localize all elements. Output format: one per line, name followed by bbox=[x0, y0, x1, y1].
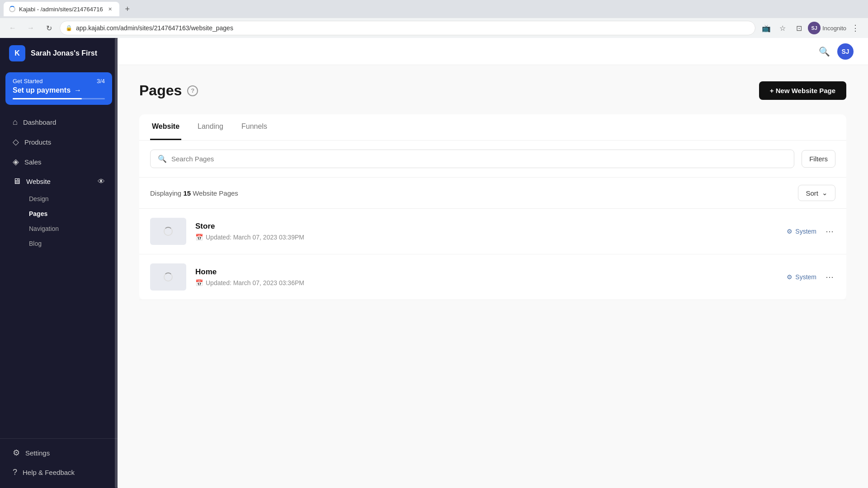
table-container: Displaying 15 Website Pages Sort ⌄ Store bbox=[139, 178, 846, 300]
get-started-title-text: Set up payments bbox=[13, 86, 71, 94]
sidebar-item-help[interactable]: ? Help & Feedback bbox=[4, 463, 114, 482]
get-started-top: Get Started 3/4 bbox=[13, 78, 105, 84]
website-eye-icon[interactable]: 👁 bbox=[98, 178, 105, 186]
updated-text-home: Updated: March 07, 2023 03:36PM bbox=[206, 279, 304, 286]
sidebar-item-label-settings: Settings bbox=[25, 449, 50, 457]
page-actions-store: ⚙ System ⋯ bbox=[787, 225, 835, 238]
display-count: 15 bbox=[183, 189, 191, 197]
sidebar-item-pages[interactable]: Pages bbox=[4, 206, 114, 221]
global-search-button[interactable]: 🔍 bbox=[819, 46, 830, 57]
sidebar-header: K Sarah Jonas's First bbox=[0, 38, 118, 69]
calendar-icon-home: 📅 bbox=[195, 279, 203, 286]
tab-landing-label: Landing bbox=[198, 122, 223, 130]
sidebar-item-label-website: Website bbox=[26, 178, 51, 185]
tab-website-label: Website bbox=[152, 122, 179, 130]
sidebar-item-label-products: Products bbox=[24, 138, 51, 146]
sort-button[interactable]: Sort ⌄ bbox=[798, 185, 835, 201]
page-updated-store: 📅 Updated: March 07, 2023 03:39PM bbox=[195, 234, 778, 241]
thumbnail-spinner-home bbox=[164, 272, 173, 282]
forward-button[interactable]: → bbox=[24, 21, 38, 35]
tab-landing[interactable]: Landing bbox=[196, 114, 225, 140]
tab-close-button[interactable]: ✕ bbox=[107, 5, 114, 13]
system-label-store: System bbox=[795, 228, 816, 235]
system-badge-store[interactable]: ⚙ System bbox=[787, 228, 816, 235]
search-box[interactable]: 🔍 bbox=[150, 150, 794, 168]
browser-profile-button[interactable]: ⊡ bbox=[792, 21, 806, 35]
help-icon: ? bbox=[13, 468, 17, 477]
get-started-arrow: → bbox=[74, 86, 81, 94]
main-content: 🔍 SJ Pages ? + New Website Page Website bbox=[118, 38, 868, 488]
page-name-home: Home bbox=[195, 267, 778, 277]
nav-section: ⌂ Dashboard ◇ Products ◈ Sales 🖥 Website… bbox=[0, 108, 118, 438]
page-title: Pages bbox=[139, 82, 182, 99]
new-website-page-button[interactable]: + New Website Page bbox=[759, 81, 846, 100]
sort-label: Sort bbox=[806, 189, 818, 197]
get-started-progress-fill bbox=[13, 98, 82, 99]
tab-title: Kajabi - /admin/sites/214764716 bbox=[19, 6, 103, 13]
profile-initials: SJ bbox=[811, 25, 817, 31]
tabs: Website Landing Funnels bbox=[150, 114, 835, 140]
back-button[interactable]: ← bbox=[5, 21, 20, 35]
page-info-store: Store 📅 Updated: March 07, 2023 03:39PM bbox=[195, 222, 778, 241]
sidebar-item-label-dashboard: Dashboard bbox=[23, 118, 56, 126]
get-started-progress bbox=[13, 98, 105, 99]
help-circle-icon[interactable]: ? bbox=[187, 85, 198, 96]
gear-icon-home: ⚙ bbox=[787, 273, 793, 281]
products-icon: ◇ bbox=[13, 137, 19, 147]
get-started-count: 3/4 bbox=[97, 78, 105, 84]
sidebar-item-dashboard[interactable]: ⌂ Dashboard bbox=[4, 113, 114, 131]
bookmark-button[interactable]: ☆ bbox=[775, 21, 790, 35]
design-label: Design bbox=[29, 195, 49, 202]
cast-button[interactable]: 📺 bbox=[759, 21, 774, 35]
sidebar-item-website[interactable]: 🖥 Website 👁 bbox=[4, 172, 114, 191]
new-tab-button[interactable]: + bbox=[121, 3, 134, 15]
sidebar-item-design[interactable]: Design bbox=[4, 192, 114, 206]
address-bar[interactable]: 🔒 app.kajabi.com/admin/sites/2147647163/… bbox=[60, 21, 755, 35]
browser-chrome: Kajabi - /admin/sites/214764716 ✕ + ← → … bbox=[0, 0, 868, 38]
reload-button[interactable]: ↻ bbox=[42, 21, 56, 35]
sidebar-item-blog[interactable]: Blog bbox=[4, 236, 114, 251]
settings-icon: ⚙ bbox=[13, 448, 20, 458]
browser-tab[interactable]: Kajabi - /admin/sites/214764716 ✕ bbox=[4, 2, 119, 16]
user-avatar[interactable]: SJ bbox=[837, 43, 854, 60]
sidebar-item-products[interactable]: ◇ Products bbox=[4, 132, 114, 151]
more-options-store[interactable]: ⋯ bbox=[824, 225, 835, 238]
page-name-store: Store bbox=[195, 222, 778, 231]
pages-label: Pages bbox=[29, 210, 47, 217]
browser-titlebar: Kajabi - /admin/sites/214764716 ✕ + bbox=[0, 0, 868, 18]
app-container: K Sarah Jonas's First Get Started 3/4 Se… bbox=[0, 38, 868, 488]
tabs-container: Website Landing Funnels bbox=[139, 114, 846, 141]
tab-funnels[interactable]: Funnels bbox=[240, 114, 269, 140]
more-options-home[interactable]: ⋯ bbox=[824, 270, 835, 284]
page-list-item: Store 📅 Updated: March 07, 2023 03:39PM … bbox=[139, 209, 846, 254]
thumbnail-spinner bbox=[164, 227, 173, 236]
tab-website[interactable]: Website bbox=[150, 114, 181, 140]
table-info-row: Displaying 15 Website Pages Sort ⌄ bbox=[139, 178, 846, 209]
sidebar-item-sales[interactable]: ◈ Sales bbox=[4, 152, 114, 171]
page-info-home: Home 📅 Updated: March 07, 2023 03:36PM bbox=[195, 267, 778, 286]
page-content: Pages ? + New Website Page Website Landi… bbox=[118, 65, 868, 488]
sidebar-item-label-help: Help & Feedback bbox=[23, 469, 75, 476]
system-badge-home[interactable]: ⚙ System bbox=[787, 273, 816, 281]
sidebar-item-settings[interactable]: ⚙ Settings bbox=[4, 443, 114, 462]
search-filter-row: 🔍 Filters bbox=[139, 141, 846, 178]
blog-label: Blog bbox=[29, 240, 42, 247]
page-updated-home: 📅 Updated: March 07, 2023 03:36PM bbox=[195, 279, 778, 286]
incognito-label: Incognito bbox=[822, 25, 846, 32]
get-started-title: Set up payments → bbox=[13, 86, 105, 94]
browser-menu-button[interactable]: ⋮ bbox=[848, 21, 863, 35]
sidebar: K Sarah Jonas's First Get Started 3/4 Se… bbox=[0, 38, 118, 488]
website-subnav: Design Pages Navigation Blog bbox=[0, 192, 118, 251]
top-bar: 🔍 SJ bbox=[118, 38, 868, 65]
logo-text: K bbox=[14, 49, 20, 57]
get-started-label: Get Started bbox=[13, 78, 42, 84]
get-started-banner[interactable]: Get Started 3/4 Set up payments → bbox=[5, 72, 112, 105]
sort-chevron-icon: ⌄ bbox=[822, 189, 828, 197]
user-profile-button[interactable]: SJ bbox=[808, 22, 821, 34]
sidebar-item-navigation[interactable]: Navigation bbox=[4, 221, 114, 236]
navigation-label: Navigation bbox=[29, 225, 59, 232]
search-input[interactable] bbox=[171, 155, 787, 163]
website-icon: 🖥 bbox=[13, 177, 21, 186]
sidebar-logo[interactable]: K bbox=[9, 45, 25, 61]
filters-button[interactable]: Filters bbox=[802, 150, 835, 168]
